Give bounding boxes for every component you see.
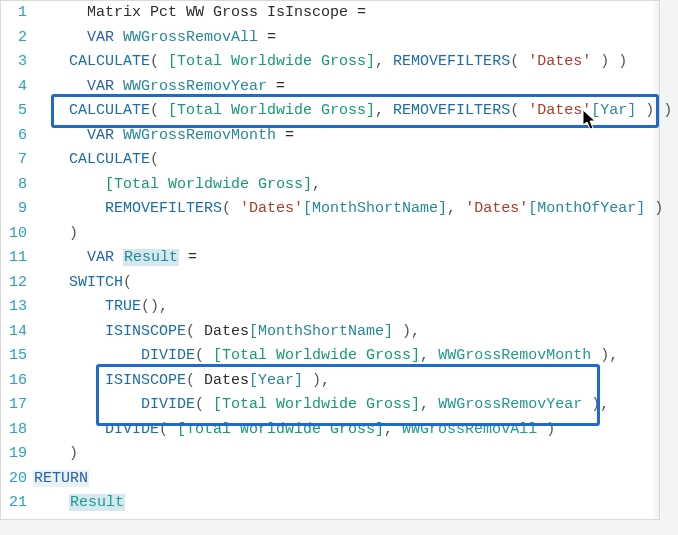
column-ref: [MonthOfYear] [528, 200, 645, 217]
code-line[interactable]: 4 VAR WWGrossRemovYear = [1, 75, 659, 100]
true-func: TRUE [105, 298, 141, 315]
code-line[interactable]: 18 DIVIDE( [Total Worldwide Gross], WWGr… [1, 418, 659, 443]
var-ref: WWGrossRemovMonth [438, 347, 591, 364]
line-number: 7 [1, 148, 33, 173]
code-line[interactable]: 9 REMOVEFILTERS( 'Dates'[MonthShortName]… [1, 197, 659, 222]
code-line[interactable]: 17 DIVIDE( [Total Worldwide Gross], WWGr… [1, 393, 659, 418]
code-line[interactable]: 8 [Total Worldwide Gross], [1, 173, 659, 198]
line-number: 21 [1, 491, 33, 516]
dax-code-editor[interactable]: 1 Matrix Pct WW Gross IsInscope = 2 VAR … [0, 0, 660, 520]
table-ref: Dates [204, 372, 249, 389]
return-keyword: RETURN [33, 470, 89, 487]
column-ref: [MonthShortName] [303, 200, 447, 217]
measure-ref: [Total Worldwide Gross] [213, 396, 420, 413]
code-line[interactable]: 11 VAR Result = [1, 246, 659, 271]
line-number: 1 [1, 1, 33, 26]
isinscope-func: ISINSCOPE [105, 372, 186, 389]
table-ref: 'Dates' [465, 200, 528, 217]
var-ref: Result [69, 494, 125, 511]
line-number: 19 [1, 442, 33, 467]
var-name: WWGrossRemovMonth [123, 127, 276, 144]
calculate-func: CALCULATE [69, 151, 150, 168]
line-number: 11 [1, 246, 33, 271]
table-ref: 'Dates' [240, 200, 303, 217]
line-number: 9 [1, 197, 33, 222]
divide-func: DIVIDE [105, 421, 159, 438]
code-line[interactable]: 6 VAR WWGrossRemovMonth = [1, 124, 659, 149]
table-ref: Dates [204, 323, 249, 340]
line-number: 4 [1, 75, 33, 100]
code-line[interactable]: 20 RETURN [1, 467, 659, 492]
line-number: 16 [1, 369, 33, 394]
var-ref: WWGrossRemovYear [438, 396, 582, 413]
line-number: 14 [1, 320, 33, 345]
code-line[interactable]: 7 CALCULATE( [1, 148, 659, 173]
code-line[interactable]: 21 Result [1, 491, 659, 516]
switch-func: SWITCH [69, 274, 123, 291]
line-number: 17 [1, 393, 33, 418]
var-name: WWGrossRemovAll [123, 29, 258, 46]
var-keyword: VAR [87, 127, 114, 144]
var-ref: WWGrossRemovAll [402, 421, 537, 438]
var-keyword: VAR [87, 78, 114, 95]
line-number: 12 [1, 271, 33, 296]
measure-ref: [Total Worldwide Gross] [177, 421, 384, 438]
line-number: 13 [1, 295, 33, 320]
isinscope-func: ISINSCOPE [105, 323, 186, 340]
line-number: 3 [1, 50, 33, 75]
code-line[interactable]: 13 TRUE(), [1, 295, 659, 320]
close-paren: ) [69, 445, 78, 462]
divide-func: DIVIDE [141, 396, 195, 413]
measure-ref: [Total Worldwide Gross] [105, 176, 312, 193]
code-line[interactable]: 14 ISINSCOPE( Dates[MonthShortName] ), [1, 320, 659, 345]
divide-func: DIVIDE [141, 347, 195, 364]
line-number: 18 [1, 418, 33, 443]
code-line[interactable]: 2 VAR WWGrossRemovAll = [1, 26, 659, 51]
var-name: WWGrossRemovYear [123, 78, 267, 95]
line-number: 6 [1, 124, 33, 149]
line-number: 2 [1, 26, 33, 51]
var-name: Result [123, 249, 179, 266]
column-ref: [MonthShortName] [249, 323, 393, 340]
var-keyword: VAR [87, 29, 114, 46]
line-number: 20 [1, 467, 33, 492]
code-line[interactable]: 16 ISINSCOPE( Dates[Year] ), [1, 369, 659, 394]
removefilters-func: REMOVEFILTERS [105, 200, 222, 217]
shadow-decoration [651, 1, 659, 519]
line-number: 15 [1, 344, 33, 369]
line-number: 10 [1, 222, 33, 247]
line-number: 5 [1, 99, 33, 124]
var-keyword: VAR [87, 249, 114, 266]
code-line[interactable]: 19 ) [1, 442, 659, 467]
line-number: 8 [1, 173, 33, 198]
code-line[interactable]: 15 DIVIDE( [Total Worldwide Gross], WWGr… [1, 344, 659, 369]
code-line[interactable]: 12 SWITCH( [1, 271, 659, 296]
column-ref: [Year] [249, 372, 303, 389]
measure-ref: [Total Worldwide Gross] [213, 347, 420, 364]
